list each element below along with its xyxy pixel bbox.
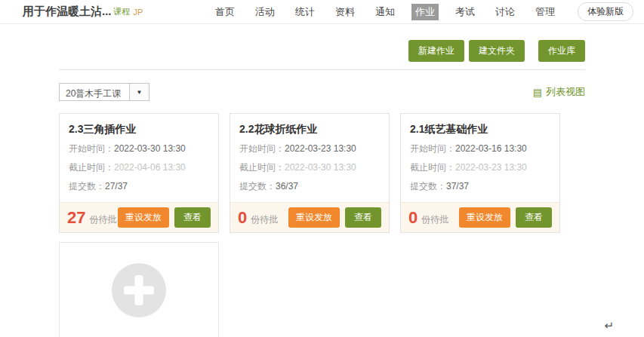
view-button[interactable]: 查看 xyxy=(174,207,211,228)
end-time-row: 截止时间：2022-03-23 13:30 xyxy=(410,161,550,174)
start-time-value: 2022-03-23 13:30 xyxy=(285,143,356,154)
divider xyxy=(59,69,585,70)
start-time-row: 开始时间：2022-03-30 13:30 xyxy=(69,142,209,155)
reset-distribution-button[interactable]: 重设发放 xyxy=(118,207,169,228)
nav-item-discussion[interactable]: 讨论 xyxy=(491,4,519,20)
nav-item-exams[interactable]: 考试 xyxy=(451,4,479,20)
start-time-value: 2022-03-30 13:30 xyxy=(114,143,186,154)
card-footer: 27 份待批 重设发放 查看 xyxy=(60,202,218,232)
start-time-row: 开始时间：2022-03-23 13:30 xyxy=(239,142,380,155)
add-card-row xyxy=(59,242,585,337)
try-new-version-button[interactable]: 体验新版 xyxy=(578,2,633,21)
pending-count: 0 xyxy=(238,210,247,226)
nav-item-home[interactable]: 首页 xyxy=(211,4,239,20)
end-time-label: 截止时间： xyxy=(69,162,114,173)
submission-row: 提交数：36/37 xyxy=(239,180,380,193)
new-assignment-button[interactable]: 新建作业 xyxy=(408,40,464,62)
view-button[interactable]: 查看 xyxy=(345,207,381,228)
submission-count: 37/37 xyxy=(446,181,469,191)
end-time-label: 截止时间： xyxy=(239,162,285,173)
view-button[interactable]: 查看 xyxy=(516,207,552,228)
pending-label: 份待批 xyxy=(251,213,278,226)
end-time-value: 2022-03-30 13:30 xyxy=(285,162,356,173)
return-glyph: ↵ xyxy=(604,319,614,332)
top-nav: 首页 活动 统计 资料 通知 作业 考试 讨论 管理 体验新版 xyxy=(211,2,636,21)
assignment-title: 2.2花球折纸作业 xyxy=(239,123,380,136)
main-content: 新建作业 建文件夹 作业库 20普木手工课 ▼ ▤ 列表视图 2.3三角插作业 … xyxy=(0,40,644,337)
end-time-label: 截止时间： xyxy=(410,162,455,173)
nav-item-assignments[interactable]: 作业 xyxy=(411,4,439,20)
assignment-title: 2.3三角插作业 xyxy=(69,123,209,136)
list-view-icon: ▤ xyxy=(533,87,542,97)
plus-icon[interactable] xyxy=(112,263,166,317)
submission-count: 27/37 xyxy=(105,181,128,191)
assignment-card: 2.3三角插作业 开始时间：2022-03-30 13:30 截止时间：2022… xyxy=(59,113,219,233)
submission-row: 提交数：27/37 xyxy=(69,180,209,193)
card-body: 2.2花球折纸作业 开始时间：2022-03-23 13:30 截止时间：202… xyxy=(230,114,389,202)
start-time-label: 开始时间： xyxy=(239,143,285,154)
list-view-toggle[interactable]: ▤ 列表视图 xyxy=(533,85,585,99)
toolbar: 新建作业 建文件夹 作业库 xyxy=(59,40,585,62)
end-time-row: 截止时间：2022-04-06 13:30 xyxy=(69,161,209,174)
course-title: 用于作温暖土沾... xyxy=(23,5,112,19)
class-select-dropdown[interactable]: 20普木手工课 ▼ xyxy=(59,83,149,101)
end-time-row: 截止时间：2022-03-30 13:30 xyxy=(239,161,380,174)
nav-item-materials[interactable]: 资料 xyxy=(331,4,359,20)
start-time-label: 开始时间： xyxy=(410,143,455,154)
assignment-cards: 2.3三角插作业 开始时间：2022-03-30 13:30 截止时间：2022… xyxy=(59,113,585,233)
assignment-card: 2.2花球折纸作业 开始时间：2022-03-23 13:30 截止时间：202… xyxy=(230,113,390,233)
filter-row: 20普木手工课 ▼ ▤ 列表视图 xyxy=(59,83,585,101)
nav-item-activity[interactable]: 活动 xyxy=(251,4,279,20)
submission-count: 36/37 xyxy=(276,181,298,191)
pending-label: 份待批 xyxy=(89,213,116,226)
submission-label: 提交数： xyxy=(239,181,276,191)
pending-count: 0 xyxy=(408,210,418,226)
header: 用于作温暖土沾... 课程 JP 首页 活动 统计 资料 通知 作业 考试 讨论… xyxy=(0,0,644,24)
chevron-down-icon[interactable]: ▼ xyxy=(129,84,149,100)
new-folder-button[interactable]: 建文件夹 xyxy=(469,40,525,62)
assignment-card: 2.1纸艺基础作业 开始时间：2022-03-16 13:30 截止时间：202… xyxy=(400,113,560,233)
class-select-value: 20普木手工课 xyxy=(60,84,129,100)
pending-label: 份待批 xyxy=(421,213,448,226)
nav-item-statistics[interactable]: 统计 xyxy=(291,4,319,20)
add-assignment-card[interactable] xyxy=(59,242,219,337)
assignment-library-button[interactable]: 作业库 xyxy=(538,40,585,62)
card-actions: 重设发放 查看 xyxy=(288,207,381,228)
submission-label: 提交数： xyxy=(69,181,105,191)
end-time-value: 2022-04-06 13:30 xyxy=(114,162,186,173)
pending-count: 27 xyxy=(67,210,85,226)
reset-distribution-button[interactable]: 重设发放 xyxy=(459,207,510,228)
submission-row: 提交数：37/37 xyxy=(410,180,550,193)
start-time-row: 开始时间：2022-03-16 13:30 xyxy=(410,142,550,155)
start-time-value: 2022-03-16 13:30 xyxy=(455,143,527,154)
card-body: 2.3三角插作业 开始时间：2022-03-30 13:30 截止时间：2022… xyxy=(60,114,218,202)
start-time-label: 开始时间： xyxy=(69,143,114,154)
card-footer: 0 份待批 重设发放 查看 xyxy=(230,202,389,232)
list-view-label: 列表视图 xyxy=(546,85,585,99)
card-actions: 重设发放 查看 xyxy=(118,207,211,228)
end-time-value: 2022-03-23 13:30 xyxy=(455,162,527,173)
reset-distribution-button[interactable]: 重设发放 xyxy=(288,207,340,228)
course-badge: 课程 xyxy=(114,6,131,17)
card-footer: 0 份待批 重设发放 查看 xyxy=(401,202,559,232)
course-badge-extra: JP xyxy=(134,8,143,17)
assignment-title: 2.1纸艺基础作业 xyxy=(410,123,550,136)
submission-label: 提交数： xyxy=(410,181,446,191)
nav-item-notifications[interactable]: 通知 xyxy=(371,4,399,20)
card-actions: 重设发放 查看 xyxy=(459,207,552,228)
nav-item-management[interactable]: 管理 xyxy=(532,4,559,20)
card-body: 2.1纸艺基础作业 开始时间：2022-03-16 13:30 截止时间：202… xyxy=(401,114,559,202)
